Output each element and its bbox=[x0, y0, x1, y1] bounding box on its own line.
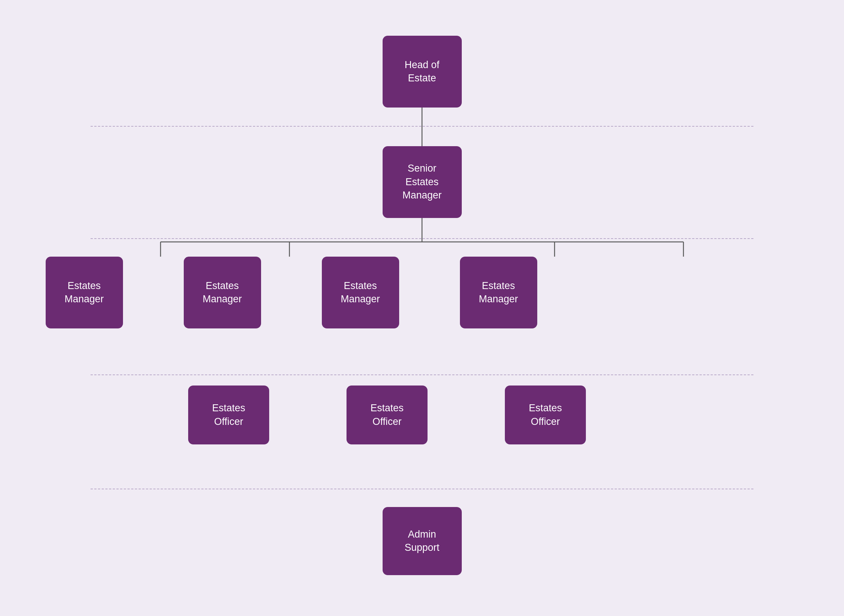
estates-officer-2-label: Estates Officer bbox=[355, 401, 419, 428]
estates-officer-3-label: Estates Officer bbox=[514, 401, 577, 428]
head-of-estate-label: Head of Estate bbox=[392, 58, 453, 85]
estates-manager-1-node: EstatesManager bbox=[46, 257, 123, 329]
divider-3 bbox=[91, 374, 753, 375]
admin-support-label: Admin Support bbox=[392, 528, 453, 554]
level-4-row: Estates Officer Estates Officer Estates … bbox=[91, 386, 753, 444]
level-2-row: Senior Estates Manager bbox=[91, 146, 753, 218]
level-3-row: EstatesManager EstatesManager EstatesMan… bbox=[91, 257, 753, 329]
senior-estates-manager-label: Senior Estates Manager bbox=[392, 161, 453, 202]
level-5-row: Admin Support bbox=[91, 507, 753, 575]
org-chart: Head of Estate Senior Estates Manager Es… bbox=[91, 14, 753, 603]
estates-manager-3-label: EstatesManager bbox=[341, 279, 380, 306]
divider-4 bbox=[91, 488, 753, 489]
estates-manager-2-node: EstatesManager bbox=[184, 257, 261, 329]
estates-manager-4-label: EstatesManager bbox=[479, 279, 518, 306]
level-1-row: Head of Estate bbox=[91, 36, 753, 107]
divider-1 bbox=[91, 126, 753, 127]
estates-officer-2-node: Estates Officer bbox=[346, 386, 427, 444]
head-of-estate-node: Head of Estate bbox=[383, 36, 462, 107]
senior-estates-manager-node: Senior Estates Manager bbox=[383, 146, 462, 218]
estates-officer-1-node: Estates Officer bbox=[188, 386, 269, 444]
divider-2 bbox=[91, 238, 753, 239]
estates-manager-4-node: EstatesManager bbox=[460, 257, 537, 329]
estates-officer-3-node: Estates Officer bbox=[505, 386, 586, 444]
estates-manager-2-label: EstatesManager bbox=[203, 279, 242, 306]
admin-support-node: Admin Support bbox=[383, 507, 462, 575]
estates-officer-1-label: Estates Officer bbox=[197, 401, 260, 428]
estates-manager-3-node: EstatesManager bbox=[322, 257, 399, 329]
estates-manager-1-label: EstatesManager bbox=[65, 279, 104, 306]
